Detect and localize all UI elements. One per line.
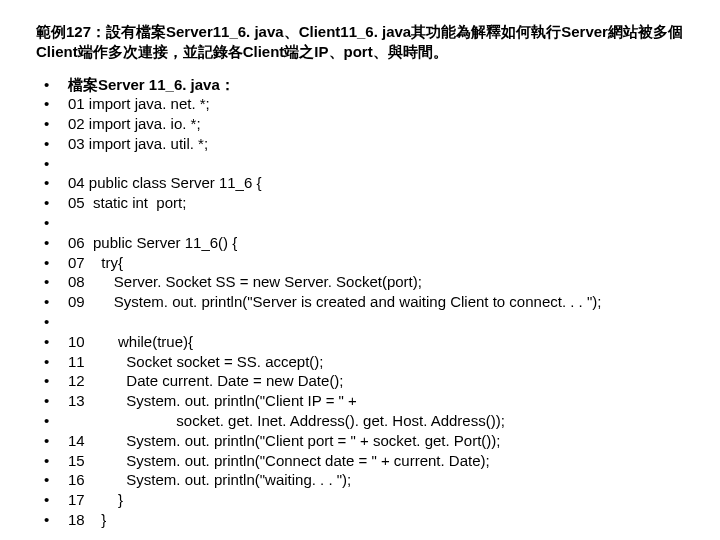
code-line: 13 System. out. println("Client IP = " +: [68, 391, 357, 411]
code-line: 14 System. out. println("Client port = "…: [68, 431, 500, 451]
code-line: 17 }: [68, 490, 123, 510]
code-line: 05 static int port;: [68, 193, 186, 213]
slide-title: 範例127：設有檔案Server11_6. java、Client11_6. j…: [36, 22, 684, 63]
list-item: 03 import java. util. *;: [44, 134, 684, 154]
list-item: [44, 154, 684, 174]
code-line: 10 while(true){: [68, 332, 193, 352]
list-item: 18 }: [44, 510, 684, 530]
code-line: socket. get. Inet. Address(). get. Host.…: [68, 411, 505, 431]
list-item: 07 try{: [44, 253, 684, 273]
list-item: 02 import java. io. *;: [44, 114, 684, 134]
list-item: 09 System. out. println("Server is creat…: [44, 292, 684, 312]
title-part-1: 範例127：設有檔案Server11_6. java、Client11_6. j…: [36, 23, 501, 40]
code-line: 01 import java. net. *;: [68, 94, 210, 114]
list-item: 01 import java. net. *;: [44, 94, 684, 114]
code-line: 12 Date current. Date = new Date();: [68, 371, 344, 391]
code-line: 09 System. out. println("Server is creat…: [68, 292, 601, 312]
list-item: 16 System. out. println("waiting. . . ")…: [44, 470, 684, 490]
code-line: 08 Server. Socket SS = new Server. Socke…: [68, 272, 422, 292]
code-line: 15 System. out. println("Connect date = …: [68, 451, 490, 471]
list-item: 04 public class Server 11_6 {: [44, 173, 684, 193]
list-item: 14 System. out. println("Client port = "…: [44, 431, 684, 451]
list-item: [44, 213, 684, 233]
code-line: 02 import java. io. *;: [68, 114, 201, 134]
list-item: 13 System. out. println("Client IP = " +: [44, 391, 684, 411]
list-item: [44, 312, 684, 332]
list-item: 06 public Server 11_6() {: [44, 233, 684, 253]
list-item: 12 Date current. Date = new Date();: [44, 371, 684, 391]
code-line: 04 public class Server 11_6 {: [68, 173, 261, 193]
list-item: socket. get. Inet. Address(). get. Host.…: [44, 411, 684, 431]
code-list: 檔案Server 11_6. java：01 import java. net.…: [36, 75, 684, 530]
list-item: 11 Socket socket = SS. accept();: [44, 352, 684, 372]
code-line: 檔案Server 11_6. java：: [68, 75, 235, 95]
list-item: 10 while(true){: [44, 332, 684, 352]
list-item: 檔案Server 11_6. java：: [44, 75, 684, 95]
list-item: 08 Server. Socket SS = new Server. Socke…: [44, 272, 684, 292]
code-line: 16 System. out. println("waiting. . . ")…: [68, 470, 351, 490]
list-item: 17 }: [44, 490, 684, 510]
code-line: 06 public Server 11_6() {: [68, 233, 237, 253]
code-line: 18 }: [68, 510, 106, 530]
code-line: 03 import java. util. *;: [68, 134, 208, 154]
list-item: 05 static int port;: [44, 193, 684, 213]
code-line: 07 try{: [68, 253, 123, 273]
list-item: 15 System. out. println("Connect date = …: [44, 451, 684, 471]
code-line: 11 Socket socket = SS. accept();: [68, 352, 324, 372]
